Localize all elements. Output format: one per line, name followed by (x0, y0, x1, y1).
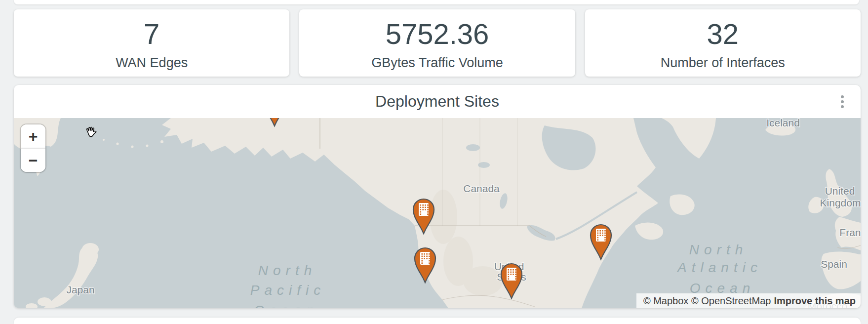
cutoff-panel-below (14, 318, 861, 324)
osm-attribution-link[interactable]: © OpenStreetMap (691, 295, 771, 307)
interfaces-label: Number of Interfaces (661, 55, 785, 71)
stats-row: 7 WAN Edges 5752.36 GBytes Traffic Volum… (14, 9, 861, 77)
stat-card-interfaces: 32 Number of Interfaces (585, 9, 861, 77)
country-label: France (839, 227, 861, 238)
wan-edges-value: 7 (144, 18, 159, 50)
improve-map-link[interactable]: Improve this map (774, 295, 856, 307)
wan-edges-label: WAN Edges (116, 55, 188, 71)
deployment-map[interactable]: NorthPacificOceanNorthAtlanticOceanCanad… (14, 118, 861, 308)
zoom-out-button[interactable]: − (21, 149, 45, 172)
stat-card-wan-edges: 7 WAN Edges (14, 9, 289, 77)
ocean-label: Ocean (254, 303, 319, 309)
country-label: Iceland (766, 118, 800, 128)
panel-header: Deployment Sites (14, 85, 861, 118)
deployment-sites-panel: Deployment Sites (14, 85, 861, 308)
country-label: Spain (821, 258, 847, 270)
ocean-label: North (689, 242, 748, 257)
country-label: United (825, 185, 855, 197)
country-label: Japan (66, 284, 94, 295)
ocean-label: Atlantic (676, 260, 762, 275)
stat-card-traffic-volume: 5752.36 GBytes Traffic Volume (299, 9, 575, 77)
mapbox-attribution-link[interactable]: © Mapbox (643, 295, 688, 307)
country-label: Canada (463, 183, 500, 194)
map-zoom-control: + − (21, 124, 45, 172)
kebab-menu-icon[interactable] (837, 93, 848, 110)
ocean-label: Pacific (250, 283, 325, 298)
cutoff-card-above (14, 0, 859, 4)
country-label: Kingdom (820, 197, 861, 208)
interfaces-value: 32 (707, 18, 739, 50)
traffic-volume-value: 5752.36 (386, 18, 489, 50)
map-canvas: NorthPacificOceanNorthAtlanticOceanCanad… (14, 118, 861, 308)
panel-title: Deployment Sites (375, 92, 499, 111)
map-attribution: © Mapbox © OpenStreetMapImprove this map (636, 293, 861, 308)
traffic-volume-label: GBytes Traffic Volume (371, 55, 503, 71)
ocean-label: North (258, 263, 316, 278)
zoom-in-button[interactable]: + (21, 124, 45, 148)
